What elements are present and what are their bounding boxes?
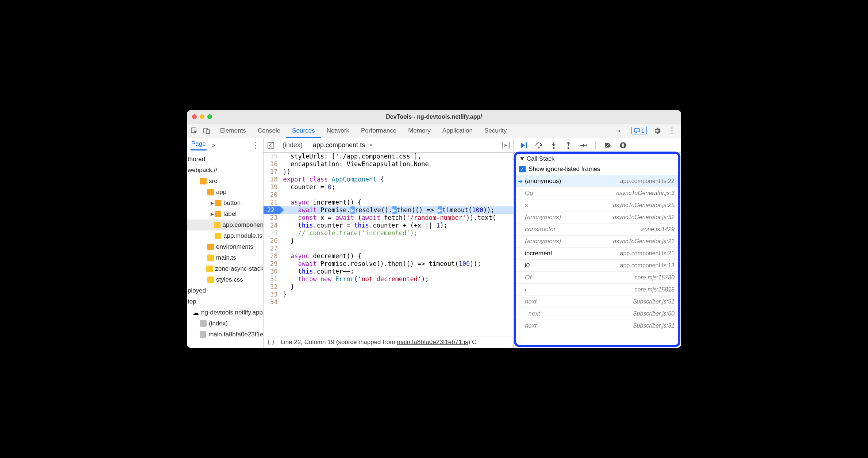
tree-item[interactable]: ployed (187, 285, 263, 296)
code-line[interactable] (281, 245, 513, 252)
line-number[interactable]: 27 (270, 245, 277, 252)
deactivate-breakpoints-icon[interactable] (604, 141, 612, 149)
line-number[interactable]: 25 (270, 229, 277, 237)
close-tab-icon[interactable]: × (369, 141, 373, 149)
settings-icon[interactable] (653, 127, 661, 135)
line-number[interactable]: 21 (270, 199, 277, 206)
tree-item[interactable]: zone-async-stack-tag (187, 263, 263, 274)
editor-tab[interactable]: (index) (281, 141, 304, 149)
tree-item[interactable]: app.module.ts (187, 230, 263, 241)
code-line[interactable]: }) (281, 168, 513, 176)
show-ignored-checkbox[interactable]: ✓ (519, 166, 526, 172)
line-number[interactable]: 20 (270, 191, 277, 199)
window-close-button[interactable] (192, 114, 197, 119)
tab-memory[interactable]: Memory (402, 123, 436, 138)
line-number[interactable]: 29 (270, 260, 277, 268)
navigator-overflow-icon[interactable]: » (212, 142, 215, 149)
tab-security[interactable]: Security (479, 123, 512, 138)
stack-frame[interactable]: constructorzone.js:1429 (516, 224, 678, 236)
navigator-kebab-icon[interactable]: ⋮ (251, 141, 260, 150)
messages-badge[interactable]: 1 (631, 127, 647, 134)
stack-frame[interactable]: sasyncToGenerator.js:25 (516, 199, 678, 211)
tab-performance[interactable]: Performance (355, 123, 402, 138)
code-line[interactable]: // console.trace('incremented'); (281, 229, 513, 237)
code-line[interactable]: async decrement() { (281, 252, 513, 260)
stack-frame[interactable]: (anonymous)asyncToGenerator.js:21 (516, 236, 678, 248)
code-line[interactable]: async increment() { (281, 199, 513, 206)
code-line[interactable]: } (281, 237, 513, 245)
stack-frame[interactable]: incrementapp.component.ts:21 (516, 248, 678, 260)
code-line[interactable]: counter = 0; (281, 183, 513, 191)
line-number[interactable]: 15 (270, 153, 277, 160)
code-line[interactable]: throw new Error('not decremented'); (281, 275, 513, 283)
window-minimize-button[interactable] (200, 114, 204, 119)
stack-frame[interactable]: ➔(anonymous)app.component.ts:22 (516, 175, 678, 187)
line-number[interactable]: 18 (270, 176, 277, 183)
code-line[interactable]: await Promise.▶resolve().▶then(() => ▶ti… (281, 206, 513, 214)
tree-item[interactable]: thored (187, 154, 263, 165)
tree-item[interactable]: ☁︎ng-devtools.netlify.app (187, 307, 263, 318)
tree-item[interactable]: ▶button (187, 198, 263, 209)
code-line[interactable]: this.counter––; (281, 268, 513, 275)
stack-frame[interactable]: nextSubscriber.js:91 (516, 296, 678, 308)
tree-item[interactable]: src (187, 176, 263, 187)
step-into-icon[interactable] (550, 141, 557, 149)
tab-network[interactable]: Network (321, 123, 355, 138)
pause-on-exceptions-icon[interactable] (619, 141, 627, 149)
code-line[interactable]: const x = await (await fetch('/random-nu… (281, 214, 513, 222)
stack-frame[interactable]: _nextSubscriber.js:60 (516, 308, 678, 320)
stack-frame[interactable]: i0app.component.ts:13 (516, 260, 678, 272)
show-ignored-row[interactable]: ✓ Show ignore-listed frames (516, 164, 678, 175)
code-line[interactable]: styleUrls: ['./app.component.css'], (281, 153, 513, 160)
stack-frame[interactable]: Ofcore.mjs:15780 (516, 272, 678, 284)
code-line[interactable] (281, 191, 513, 199)
tab-elements[interactable]: Elements (214, 123, 252, 138)
line-number[interactable]: 28 (270, 252, 277, 260)
run-snippet-icon[interactable]: ▶ (502, 142, 510, 149)
code-line[interactable] (281, 298, 513, 306)
line-number[interactable]: 30 (270, 268, 277, 275)
line-number[interactable]: 32 (270, 283, 277, 291)
window-maximize-button[interactable] (207, 114, 212, 119)
stack-frame[interactable]: QgasyncToGenerator.js:3 (516, 187, 678, 199)
tree-item[interactable]: styles.css (187, 274, 263, 285)
stack-frame[interactable]: icore.mjs:15815 (516, 284, 678, 296)
navigator-tab-page[interactable]: Page (191, 140, 207, 150)
line-number[interactable]: 22 (264, 206, 280, 214)
line-number[interactable]: 34 (270, 298, 277, 306)
resume-icon[interactable] (519, 141, 527, 149)
tab-sources[interactable]: Sources (286, 123, 320, 138)
line-number[interactable]: 23 (270, 214, 277, 222)
stack-frame[interactable]: (anonymous)asyncToGenerator.js:32 (516, 211, 678, 224)
pretty-print-icon[interactable]: { } (267, 339, 275, 346)
device-toggle-icon[interactable] (203, 127, 210, 134)
tabs-overflow-icon[interactable]: » (611, 123, 626, 138)
tab-console[interactable]: Console (252, 123, 286, 138)
line-number[interactable]: 16 (270, 160, 277, 168)
inspect-icon[interactable] (191, 127, 198, 134)
editor-tab[interactable]: app.component.ts × (311, 141, 375, 149)
line-number[interactable]: 26 (270, 237, 277, 245)
code-line[interactable]: await Promise.resolve().then(() => timeo… (281, 260, 513, 268)
tree-item[interactable]: main.fa8bfa0e23f1eb (187, 329, 263, 340)
step-over-icon[interactable] (535, 141, 543, 149)
stack-frame[interactable]: nextSubscriber.js:31 (516, 320, 678, 332)
code-line[interactable]: this.counter = this.counter + (+x || 1); (281, 222, 513, 229)
tree-item[interactable]: top (187, 296, 263, 307)
line-number[interactable]: 33 (270, 291, 277, 298)
sourcemap-link[interactable]: main.fa8bfa0e23f1eb71.js (397, 339, 468, 346)
code-line[interactable]: encapsulation: ViewEncapsulation.None (281, 160, 513, 168)
code-line[interactable]: } (281, 283, 513, 291)
code-line[interactable]: export class AppComponent { (281, 176, 513, 183)
callstack-header[interactable]: ▼ Call Stack (516, 154, 678, 164)
tab-application[interactable]: Application (437, 123, 479, 138)
tree-item[interactable]: (index) (187, 318, 263, 329)
step-out-icon[interactable] (565, 141, 572, 149)
step-icon[interactable] (579, 141, 587, 149)
line-number[interactable]: 31 (270, 275, 277, 283)
editor-history-icon[interactable] (267, 142, 274, 149)
line-number[interactable]: 17 (270, 168, 277, 176)
tree-item[interactable]: main.ts (187, 252, 263, 263)
tree-item[interactable]: app (187, 187, 263, 198)
line-number[interactable]: 24 (270, 222, 277, 229)
